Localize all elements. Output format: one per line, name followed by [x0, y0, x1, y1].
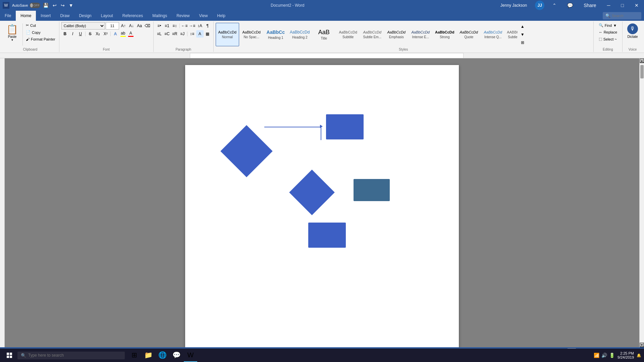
- styles-scroll-down-button[interactable]: ▼: [519, 31, 526, 38]
- volume-icon[interactable]: 🔊: [601, 353, 607, 358]
- style-title[interactable]: AaB Title: [312, 23, 336, 46]
- minimize-button[interactable]: ─: [604, 2, 613, 9]
- tab-references[interactable]: References: [118, 11, 148, 21]
- share-button[interactable]: Share: [581, 2, 599, 9]
- align-right-button[interactable]: ≡R: [171, 30, 178, 38]
- style-subtitle[interactable]: AaBbCcDd Subtitle: [336, 23, 360, 46]
- notification-icon[interactable]: 🔔: [637, 353, 641, 358]
- format-painter-button[interactable]: 🖌 Format Painter: [24, 36, 57, 42]
- paste-dropdown-arrow[interactable]: ▼: [11, 39, 14, 42]
- explorer-app[interactable]: 📁: [142, 349, 155, 362]
- style-heading2[interactable]: AaBbCcDd Heading 2: [288, 23, 312, 46]
- increase-indent-button[interactable]: →≡: [189, 22, 196, 29]
- scroll-down-button[interactable]: ▼: [640, 343, 644, 347]
- numbering-button[interactable]: ≡1: [163, 22, 171, 29]
- tab-layout[interactable]: Layout: [96, 11, 118, 21]
- start-button[interactable]: [3, 349, 16, 362]
- font-size-input[interactable]: [106, 22, 119, 29]
- cortana-app[interactable]: 💬: [170, 349, 183, 362]
- superscript-button[interactable]: X²: [102, 30, 109, 38]
- subscript-button[interactable]: X₂: [94, 30, 102, 38]
- sort-button[interactable]: ↕A: [196, 22, 204, 29]
- scroll-up-button[interactable]: ▲: [640, 58, 644, 63]
- copy-button[interactable]: 📄 Copy: [24, 29, 57, 36]
- tab-design[interactable]: Design: [74, 11, 96, 21]
- cut-button[interactable]: ✂ Cut: [24, 22, 57, 28]
- autosave-toggle[interactable]: OFF: [30, 3, 40, 8]
- tab-home[interactable]: Home: [16, 11, 36, 21]
- font-family-select[interactable]: Calibri (Body): [61, 22, 105, 29]
- document-area[interactable]: [5, 58, 639, 347]
- document-page[interactable]: [185, 65, 459, 347]
- search-bar[interactable]: 🔍: [17, 352, 125, 359]
- select-button[interactable]: ⬚ Select ~: [596, 36, 620, 42]
- decrease-indent-button[interactable]: ←≡: [181, 22, 188, 29]
- chrome-app[interactable]: 🌐: [156, 349, 169, 362]
- borders-button[interactable]: ▦: [204, 30, 211, 38]
- undo-button[interactable]: ↩: [51, 2, 58, 9]
- tab-review[interactable]: Review: [172, 11, 194, 21]
- line-spacing-button[interactable]: ↕≡: [189, 30, 196, 38]
- shape-rect-top[interactable]: [326, 114, 364, 139]
- shading-button[interactable]: A: [196, 30, 204, 38]
- shape-rect-middle[interactable]: [354, 179, 390, 201]
- paste-button[interactable]: 📋 Paste ▼: [3, 22, 21, 43]
- find-dropdown[interactable]: ▼: [613, 23, 617, 27]
- styles-scroll-up-button[interactable]: ▲: [519, 23, 526, 30]
- text-effects-button[interactable]: A: [112, 30, 119, 38]
- style-subtle-ref[interactable]: AaBBCCDD Subtle Ref...: [505, 23, 518, 46]
- style-emphasis[interactable]: AaBbCcDd Emphasis: [385, 23, 408, 46]
- comments-button[interactable]: 💬: [565, 2, 576, 9]
- shape-diamond-middle[interactable]: [289, 170, 335, 215]
- shape-rect-bottom[interactable]: [308, 223, 346, 248]
- style-quote[interactable]: AaBbCcDd Quote: [457, 23, 481, 46]
- maximize-button[interactable]: □: [619, 2, 627, 9]
- tab-view[interactable]: View: [195, 11, 213, 21]
- underline-button[interactable]: U: [77, 30, 84, 38]
- align-center-button[interactable]: ≡C: [163, 30, 171, 38]
- find-button[interactable]: 🔍 Find ▼: [596, 22, 620, 28]
- ribbon-search[interactable]: 🔍: [603, 12, 641, 19]
- redo-button[interactable]: ↪: [59, 2, 66, 9]
- save-button[interactable]: 💾: [42, 2, 50, 9]
- taskbar-search-input[interactable]: [28, 353, 121, 358]
- ribbon-display-button[interactable]: ⌃: [550, 2, 559, 9]
- style-heading1[interactable]: AaBbCc Heading 1: [264, 23, 287, 46]
- style-no-spacing[interactable]: AaBbCcDd No Spac...: [240, 23, 263, 46]
- word-app[interactable]: W: [184, 349, 197, 362]
- battery-icon[interactable]: 🔋: [609, 353, 615, 358]
- taskview-button[interactable]: ⊞: [127, 349, 141, 362]
- tab-draw[interactable]: Draw: [55, 11, 74, 21]
- tab-file[interactable]: File: [0, 11, 16, 21]
- font-grow-button[interactable]: A↑: [120, 22, 127, 29]
- styles-more-button[interactable]: ⊞: [519, 39, 526, 46]
- replace-button[interactable]: ↔ Replace: [596, 29, 620, 35]
- scroll-thumb[interactable]: [640, 65, 644, 78]
- style-intense-e[interactable]: AaBbCcDd Intense E...: [409, 23, 432, 46]
- style-intense-q[interactable]: AaBbCcDd Intense Q...: [481, 23, 505, 46]
- close-button[interactable]: ✕: [632, 2, 641, 9]
- clear-format-button[interactable]: ⌫: [144, 22, 151, 29]
- tab-insert[interactable]: Insert: [36, 11, 55, 21]
- show-formatting-button[interactable]: ¶: [204, 22, 211, 29]
- ribbon-search-input[interactable]: [612, 14, 639, 18]
- multilevel-button[interactable]: ≡↕: [171, 22, 178, 29]
- italic-button[interactable]: I: [69, 30, 76, 38]
- text-highlight-button[interactable]: ab: [119, 30, 127, 38]
- tab-help[interactable]: Help: [212, 11, 230, 21]
- dictate-button[interactable]: 🎙 Dictate: [625, 22, 641, 40]
- change-case-button[interactable]: Aa: [136, 22, 143, 29]
- bullets-button[interactable]: ≡•: [156, 22, 163, 29]
- justify-button[interactable]: ≡J: [179, 30, 186, 38]
- align-left-button[interactable]: ≡L: [156, 30, 163, 38]
- customize-qa-button[interactable]: ▼: [67, 2, 75, 9]
- style-strong[interactable]: AaBbCcDd Strong: [433, 23, 457, 46]
- font-shrink-button[interactable]: A↓: [128, 22, 135, 29]
- style-subtle-em[interactable]: AaBbCcDd Subtle Em...: [361, 23, 384, 46]
- font-color-button[interactable]: A: [127, 30, 135, 38]
- tab-mailings[interactable]: Mailings: [148, 11, 172, 21]
- clock-display[interactable]: 2:25 PM 9/24/2019: [618, 351, 634, 359]
- user-avatar[interactable]: JJ: [535, 1, 544, 10]
- network-icon[interactable]: 📶: [594, 353, 599, 358]
- strikethrough-button[interactable]: S: [87, 30, 94, 38]
